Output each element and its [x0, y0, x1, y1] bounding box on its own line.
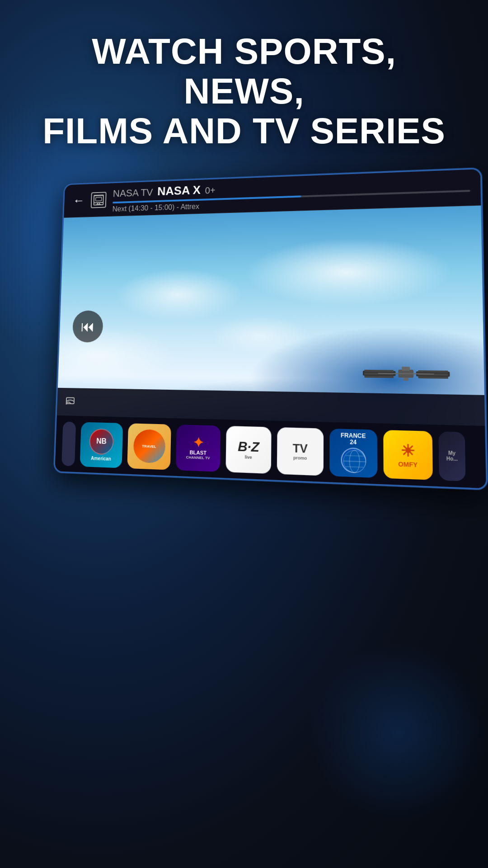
channel-thumb-my[interactable]: MyHo...	[438, 431, 465, 481]
channel-thumb-travel[interactable]: TRAVEL	[127, 423, 171, 470]
cast-icon[interactable]	[66, 394, 78, 409]
tv-icon	[91, 192, 107, 208]
svg-rect-0	[94, 195, 103, 203]
skip-back-icon: ⏮	[80, 318, 95, 335]
back-button[interactable]: ←	[73, 193, 85, 208]
channel-info: NASA TV NASA X 0+ Next (14:30 - 15:00) -…	[113, 173, 471, 213]
headline: WATCH SPORTS, NEWS, FILMS AND TV SERIES	[27, 32, 461, 151]
tv-ch-text: TV	[293, 441, 308, 456]
tv-ch-subtitle: promo	[293, 455, 307, 461]
bz-text: B·Z	[238, 439, 259, 455]
headline-line2: FILMS AND TV SERIES	[42, 111, 446, 151]
svg-rect-11	[418, 370, 448, 373]
omfy-label: OMFY	[398, 460, 418, 468]
headline-line1: WATCH SPORTS, NEWS,	[92, 31, 396, 111]
travel-text: TRAVEL	[142, 444, 156, 449]
channel-name-inactive: NASA TV	[113, 186, 153, 199]
channel-name-active: NASA X	[157, 183, 201, 198]
space-station	[360, 354, 452, 384]
france24-label: FRANCE24	[341, 432, 366, 446]
travel-logo: TRAVEL	[127, 423, 171, 470]
svg-rect-1	[96, 197, 102, 201]
svg-rect-9	[364, 376, 394, 378]
tv-ch-logo: TV promo	[277, 428, 323, 475]
svg-rect-7	[364, 370, 394, 372]
channel-thumb-bz[interactable]: B·Z live	[225, 425, 271, 473]
channel-thumb-partial[interactable]	[61, 421, 76, 466]
bz-subtitle: live	[245, 455, 252, 460]
cnb-american-label: American	[91, 455, 111, 461]
bz-logo: B·Z live	[238, 439, 259, 460]
blast-star-icon: ✦	[193, 436, 204, 450]
cnb-circle: NB	[89, 428, 114, 455]
omfy-logo: ☀ OMFY	[383, 430, 433, 480]
channel-thumb-blast[interactable]: ✦ BLAST CHANNEL TV	[176, 425, 221, 472]
blast-label: BLAST	[189, 449, 206, 456]
bg-glow-bottom	[307, 642, 488, 823]
travel-inner: TRAVEL	[133, 429, 165, 463]
channel-thumb-cnb-american[interactable]: NB American	[80, 422, 123, 468]
device-wrapper: ← NASA TV NASA X 0+	[59, 181, 465, 470]
svg-rect-16	[404, 377, 408, 381]
cnb-logo: NB American	[89, 428, 114, 462]
svg-rect-15	[402, 367, 410, 371]
device-frame: ← NASA TV NASA X 0+	[53, 168, 488, 490]
channel-thumb-france24[interactable]: FRANCE24	[329, 428, 377, 477]
channel-list: NB American TRAVEL ✦ BLAST CHANNEL	[55, 415, 486, 488]
cnb-text: NB	[96, 437, 107, 446]
france24-globe	[341, 448, 366, 474]
svg-rect-13	[418, 376, 448, 378]
channel-thumb-tv[interactable]: TV promo	[277, 427, 324, 476]
france24-logo: FRANCE24	[329, 428, 377, 477]
blast-subtitle: CHANNEL TV	[186, 455, 210, 460]
age-badge: 0+	[205, 185, 216, 196]
channel-thumb-omfy[interactable]: ☀ OMFY	[383, 430, 433, 480]
my-label: MyHo...	[446, 450, 458, 462]
omfy-sun-icon: ☀	[400, 441, 416, 461]
blast-logo: ✦ BLAST CHANNEL TV	[186, 436, 211, 460]
